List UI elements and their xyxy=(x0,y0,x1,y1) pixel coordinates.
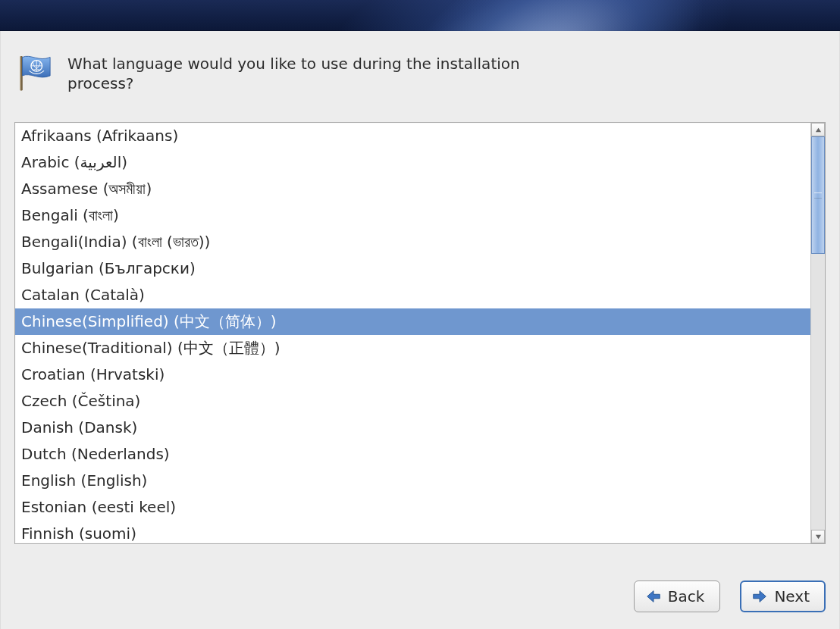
language-option[interactable]: Afrikaans (Afrikaans) xyxy=(15,123,810,149)
language-option[interactable]: Chinese(Simplified) (中文（简体）) xyxy=(15,308,810,335)
language-option[interactable]: Danish (Dansk) xyxy=(15,415,810,441)
language-selection-page: What language would you like to use duri… xyxy=(0,31,840,629)
page-header: What language would you like to use duri… xyxy=(1,31,839,99)
language-option[interactable]: Bengali (বাংলা) xyxy=(15,202,810,229)
next-button-label: Next xyxy=(774,587,810,606)
arrow-right-icon xyxy=(751,588,768,605)
scroll-down-button[interactable] xyxy=(811,530,825,543)
language-option[interactable]: Croatian (Hrvatski) xyxy=(15,361,810,388)
scrollbar-thumb[interactable] xyxy=(811,136,825,254)
language-option[interactable]: Catalan (Català) xyxy=(15,282,810,308)
back-button-label: Back xyxy=(668,587,705,606)
language-prompt: What language would you like to use duri… xyxy=(67,54,538,93)
scrollbar-vertical[interactable] xyxy=(810,123,825,543)
language-option[interactable]: English (English) xyxy=(15,468,810,494)
wizard-footer: Back Next xyxy=(634,580,826,612)
language-option[interactable]: Finnish (suomi) xyxy=(15,521,810,543)
language-option[interactable]: Czech (Čeština) xyxy=(15,388,810,415)
scroll-up-button[interactable] xyxy=(811,123,825,136)
language-option[interactable]: Arabic (العربية) xyxy=(15,149,810,176)
arrow-left-icon xyxy=(645,588,662,605)
language-option[interactable]: Dutch (Nederlands) xyxy=(15,441,810,468)
un-flag-icon xyxy=(14,52,54,92)
language-option[interactable]: Estonian (eesti keel) xyxy=(15,494,810,521)
language-option[interactable]: Bulgarian (Български) xyxy=(15,255,810,282)
installer-banner xyxy=(0,0,840,31)
language-option[interactable]: Bengali(India) (বাংলা (ভারত)) xyxy=(15,229,810,255)
language-list[interactable]: Afrikaans (Afrikaans)Arabic (العربية)Ass… xyxy=(15,123,810,543)
svg-rect-1 xyxy=(20,56,22,91)
language-option[interactable]: Chinese(Traditional) (中文（正體）) xyxy=(15,335,810,361)
language-option[interactable]: Assamese (অসমীয়া) xyxy=(15,176,810,202)
back-button[interactable]: Back xyxy=(634,580,721,612)
language-list-container: Afrikaans (Afrikaans)Arabic (العربية)Ass… xyxy=(14,122,826,544)
scrollbar-track[interactable] xyxy=(811,136,825,530)
next-button[interactable]: Next xyxy=(740,580,826,612)
